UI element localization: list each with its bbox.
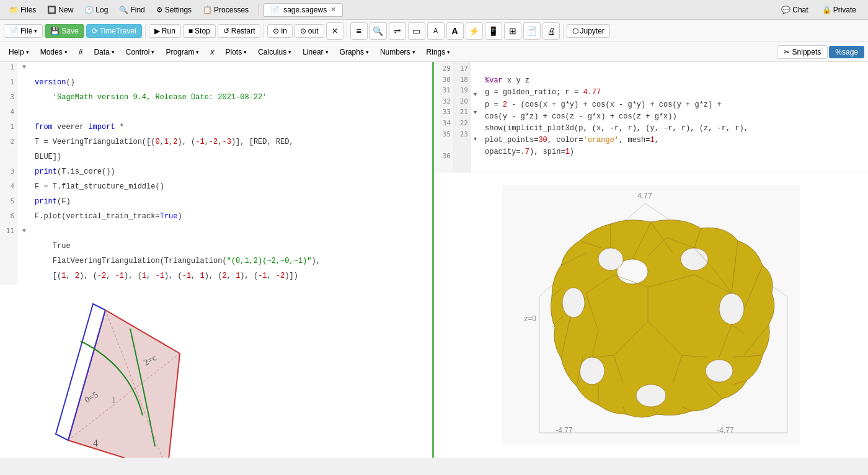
lightning-button[interactable]: ⚡ [466,22,483,40]
right-code-line-2: %var x y z [485,75,864,87]
cell-4-content[interactable] [31,107,432,122]
program-menu[interactable]: Program ▾ [161,46,204,58]
cell-7-content[interactable]: print(T.is_core()) [31,166,432,181]
run-button[interactable]: ▶ Run [149,24,181,38]
files-button[interactable]: 📁 Files [5,4,40,16]
cell-8-content[interactable]: F = T.flat_structure_middle() [31,181,432,196]
snippets-button[interactable]: ✂ Snippets [777,45,828,59]
cell-3: 3 'SageMath version 9.4, Release Date: 2… [0,92,432,107]
cell-4: 4 [0,107,432,122]
cell-9-outer: 5 [0,196,17,211]
hash-menu[interactable]: # [74,46,88,58]
stop-button[interactable]: ■ Stop [183,24,216,38]
out-icon: ⊙ [300,27,306,35]
right-code-content[interactable]: %var x y z g = golden_ratio; r = 4.77 p … [481,62,868,172]
clear-button[interactable]: ✕ [326,22,343,40]
right-code-line-8: opacity=.7), spin=1) [485,146,864,158]
data-menu[interactable]: Data ▾ [89,46,119,58]
left-scroll-area[interactable]: 1 ▼ 1 version() 3 'SageMath v [0,62,432,458]
calculus-menu[interactable]: Calculus ▾ [253,46,296,58]
rings-arrow: ▾ [447,49,450,55]
cell-11-content [31,226,432,241]
log-icon: 🕐 [84,6,94,14]
data-arrow: ▾ [112,49,115,55]
tab-close-icon[interactable]: ✕ [330,6,336,14]
jupyter-button[interactable]: ⬡ Jupyter [567,24,610,38]
restart-button[interactable]: ↺ Restart [218,24,261,38]
file-menu-button[interactable]: 📄 File ▾ [4,24,43,38]
out-button[interactable]: ⊙ out [294,24,324,38]
cell-6-content[interactable]: T = VeeringTriangulation([(0,1,2), (-1,-… [31,136,432,151]
find-button[interactable]: 🔍 Find [115,4,149,16]
3d-mesh-object [551,220,774,417]
new-button[interactable]: 🔲 New [43,4,78,16]
lock-icon: 🔒 [822,6,831,14]
flat-structure-svg: 0=5 2=c 1 4 2 0 [31,291,217,458]
toolbar-sep-2 [264,24,264,38]
settings-button[interactable]: ⚙ Settings [152,4,196,16]
right-editor-panel: 29 30 31 32 33 34 35 36 17 18 19 20 21 2… [434,62,868,458]
numbers-menu[interactable]: Numbers ▾ [375,46,420,58]
cell-1-content[interactable] [31,62,432,77]
cell-8-outer: 4 [0,181,17,196]
private-button[interactable]: 🔒 Private [818,4,861,16]
in-button[interactable]: ⊙ in [267,24,292,38]
print-button[interactable]: 🖨 [542,22,560,40]
save-icon: 💾 [50,27,60,35]
global-top-bar: 📁 Files 🔲 New 🕐 Log 🔍 Find ⚙ Settings 📋 … [0,0,868,20]
cell-6b-left [0,151,31,166]
play-icon: ▶ [154,27,160,35]
timetravel-button[interactable]: ⟳ TimeTravel [86,24,142,38]
right-code-line-7: plot_points=30, color='orange', mesh=1, [485,135,864,146]
right-code-line-9 [485,159,864,171]
log-button[interactable]: 🕐 Log [80,4,112,16]
graphs-menu[interactable]: Graphs ▾ [335,46,374,58]
cell-3-content: 'SageMath version 9.4, Release Date: 202… [31,92,432,107]
right-code-section: 29 30 31 32 33 34 35 36 17 18 19 20 21 2… [434,62,868,172]
tab-icon: 📄 [270,6,280,14]
font-a-small-button[interactable]: A [427,22,445,40]
cell-9-content[interactable]: print(F) [31,196,432,211]
grid-button[interactable]: ⊞ [504,22,521,40]
search-button[interactable]: 🔍 [370,22,387,40]
in-icon: ⊙ [273,27,279,35]
x-menu[interactable]: x [205,46,219,58]
processes-button[interactable]: 📋 Processes [198,4,253,16]
settings2-button[interactable]: ⇌ [389,22,406,40]
active-tab[interactable]: 📄 sage.sagews ✕ [264,3,343,17]
cell-6b-content[interactable]: BLUE]) [31,151,432,166]
chat-button[interactable]: 💬 Chat [777,4,812,16]
jupyter-icon: ⬡ [572,27,578,35]
align-left-button[interactable]: ≡ [350,22,368,40]
help-menu[interactable]: Help ▾ [4,46,34,58]
cell-1-outer: 1 [0,62,17,77]
right-code-line-1 [485,63,864,75]
control-menu[interactable]: Control ▾ [121,46,160,58]
cell-10-outer: 6 [0,211,17,226]
font-a-large-button[interactable]: A [446,22,464,40]
expand-button[interactable]: ▭ [408,22,425,40]
cell-2-content[interactable]: version() [31,77,432,92]
sage-mode-button[interactable]: %sage [829,46,864,58]
right-code-line-5: cos(y - g*z) + cos(z - g*x) + cos(z + g*… [485,111,864,123]
rings-menu[interactable]: Rings ▾ [422,46,456,58]
right-code-line-4: p = 2 - (cos(x + g*y) + cos(x - g*y) + c… [485,99,864,111]
svg-text:4: 4 [93,438,98,448]
cell-10-content[interactable]: F.plot(vertical_train_track=True) [31,211,432,226]
linear-arrow: ▾ [326,49,329,55]
tablet-button[interactable]: 📱 [485,22,502,40]
save-button[interactable]: 💾 Save [45,24,84,38]
modes-menu[interactable]: Modes ▾ [35,46,73,58]
output-true-gutter [17,241,31,255]
cell-1-gutter: ▼ [17,62,31,77]
linear-menu[interactable]: Linear ▾ [298,46,333,58]
plots-menu[interactable]: Plots ▾ [220,46,252,58]
cell-8-left: 4 [0,181,31,196]
cell-9-left: 5 [0,196,31,211]
cell-5-content[interactable]: from veerer import * [31,122,432,136]
top-bar-right: 💬 Chat 🔒 Private [769,4,868,16]
toolbar-sep-3 [347,24,347,38]
doc-button[interactable]: 📄 [523,22,541,40]
output-flat-2-left [0,270,31,285]
cell-10-gutter [17,211,31,226]
